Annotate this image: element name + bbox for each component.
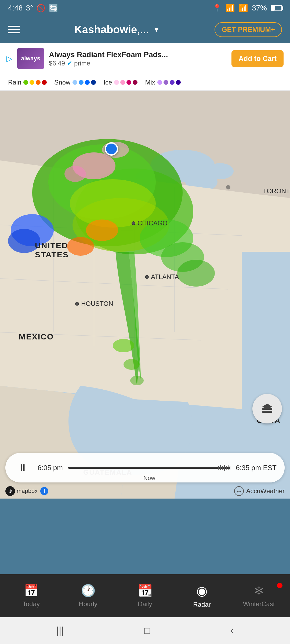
legend-bar: Rain Snow Ice Mix xyxy=(0,74,290,91)
nav-today[interactable]: 📅 Today xyxy=(3,584,60,608)
app-header: Kashabowie,... ▼ GET PREMIUM+ xyxy=(0,16,290,43)
mapbox-icon: ⊕ xyxy=(5,486,15,496)
accuweather-attribution: ◎ AccuWeather xyxy=(234,486,285,496)
ice-dot-1 xyxy=(114,80,119,85)
sync-icon: 🔄 xyxy=(49,4,58,13)
location-icon: 📍 xyxy=(212,4,222,13)
map-attribution: ⊕ mapbox i xyxy=(5,486,48,496)
playback-track xyxy=(68,467,230,469)
legend-ice-label: Ice xyxy=(103,79,112,86)
svg-point-21 xyxy=(64,166,86,182)
mix-dot-3 xyxy=(170,80,175,85)
temperature: 3° xyxy=(26,4,33,12)
ad-product-image: always xyxy=(17,48,44,69)
snow-dot-4 xyxy=(91,80,96,85)
svg-point-19 xyxy=(67,237,94,256)
nav-daily[interactable]: 📆 Daily xyxy=(117,584,173,608)
ad-text: Always Radiant FlexFoam Pads... $6.49 ✔ … xyxy=(49,50,227,67)
map-svg xyxy=(0,91,290,499)
status-left: 4:48 3° 🚫 🔄 xyxy=(8,4,58,13)
ice-dots xyxy=(114,80,137,85)
location-selector[interactable]: Kashabowie,... ▼ xyxy=(74,24,160,36)
layers-button[interactable] xyxy=(252,394,282,423)
playback-bar: ⏸ 6:05 pm Now 6:35 pm EST xyxy=(5,453,285,482)
nav-hourly-label: Hourly xyxy=(79,600,97,608)
legend-rain: Rain xyxy=(8,79,47,86)
pause-button[interactable]: ⏸ xyxy=(13,458,32,477)
ad-banner: ▷ always Always Radiant FlexFoam Pads...… xyxy=(0,43,290,74)
wifi-icon: 📶 xyxy=(226,4,235,13)
ad-title: Always Radiant FlexFoam Pads... xyxy=(49,50,227,60)
ice-dot-4 xyxy=(133,80,137,85)
nav-today-label: Today xyxy=(23,600,40,608)
svg-point-18 xyxy=(86,219,118,241)
rain-dots xyxy=(23,80,47,85)
status-bar: 4:48 3° 🚫 🔄 📍 📶 📶 37% xyxy=(0,0,290,16)
legend-snow-label: Snow xyxy=(54,79,70,86)
ice-dot-3 xyxy=(126,80,131,85)
city-atlanta: ATLANTA xyxy=(145,273,179,281)
city-toronto: TORONT xyxy=(263,187,290,195)
legend-mix: Mix xyxy=(145,79,180,86)
android-home-button[interactable]: □ xyxy=(144,625,150,636)
ice-dot-2 xyxy=(120,80,125,85)
accuweather-icon: ◎ xyxy=(234,486,244,496)
playback-slider[interactable]: Now xyxy=(68,462,230,473)
today-icon: 📅 xyxy=(24,584,39,598)
premium-button[interactable]: GET PREMIUM+ xyxy=(215,22,282,37)
snow-dot-2 xyxy=(79,80,84,85)
mix-dots xyxy=(157,80,181,85)
country-us: UNITEDSTATES xyxy=(35,241,69,259)
info-icon[interactable]: i xyxy=(40,487,48,495)
wintercast-badge xyxy=(277,583,282,588)
legend-mix-label: Mix xyxy=(145,79,155,86)
wintercast-icon: ❄ xyxy=(254,584,264,598)
ad-price-value: $6.49 xyxy=(49,60,65,67)
nav-radar[interactable]: ◉ Radar xyxy=(173,583,230,608)
nav-wintercast[interactable]: ❄ WinterCast xyxy=(230,584,287,608)
legend-snow: Snow xyxy=(54,79,96,86)
mix-dot-2 xyxy=(164,80,168,85)
rain-dot-2 xyxy=(30,80,34,85)
ad-play-icon: ▷ xyxy=(6,54,12,63)
ad-price: $6.49 ✔ prime xyxy=(49,60,227,67)
hourly-icon: 🕐 xyxy=(81,584,96,598)
location-title: Kashabowie,... xyxy=(74,24,149,36)
nav-daily-label: Daily xyxy=(138,600,152,608)
pause-icon: ⏸ xyxy=(18,462,28,473)
snow-dots xyxy=(73,80,96,85)
android-recent-button[interactable]: ||| xyxy=(56,625,64,636)
do-not-disturb-icon: 🚫 xyxy=(36,4,46,13)
svg-point-27 xyxy=(177,260,215,287)
radar-icon: ◉ xyxy=(196,583,208,598)
status-right: 📍 📶 📶 37% xyxy=(212,4,282,13)
city-chicago: CHICAGO xyxy=(132,219,168,227)
legend-rain-label: Rain xyxy=(8,79,21,86)
now-label: Now xyxy=(143,475,155,482)
battery-percent: 37% xyxy=(252,4,267,12)
nav-radar-label: Radar xyxy=(193,601,211,608)
chevron-down-icon: ▼ xyxy=(153,25,160,34)
svg-point-29 xyxy=(124,359,140,370)
svg-point-28 xyxy=(113,339,134,352)
snow-dot-1 xyxy=(73,80,77,85)
radar-map[interactable]: CHICAGO ATLANTA HOUSTON TORONT UNITEDSTA… xyxy=(0,91,290,499)
daily-icon: 📆 xyxy=(138,584,153,598)
add-to-cart-button[interactable]: Add to Cart xyxy=(231,50,284,67)
time: 4:48 xyxy=(8,4,23,12)
bottom-navigation: 📅 Today 🕐 Hourly 📆 Daily ◉ Radar ❄ Winte… xyxy=(0,574,290,617)
prime-label: prime xyxy=(74,60,90,67)
mapbox-label: mapbox xyxy=(17,488,38,495)
mapbox-logo: ⊕ mapbox xyxy=(5,486,38,496)
android-back-button[interactable]: ‹ xyxy=(230,625,234,636)
rain-dot-3 xyxy=(36,80,41,85)
accuweather-label: AccuWeather xyxy=(246,487,285,495)
nav-hourly[interactable]: 🕐 Hourly xyxy=(60,584,117,608)
playback-start-time: 6:05 pm xyxy=(38,464,63,472)
rain-dot-1 xyxy=(23,80,28,85)
android-navigation: ||| □ ‹ xyxy=(0,617,290,644)
menu-button[interactable] xyxy=(8,26,20,33)
svg-point-30 xyxy=(130,376,144,385)
rain-dot-4 xyxy=(42,80,47,85)
signal-icon: 📶 xyxy=(239,4,248,13)
